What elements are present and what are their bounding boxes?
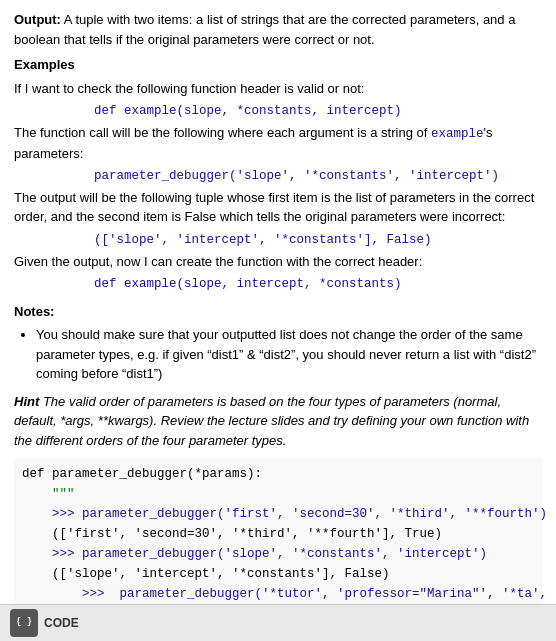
code-label: CODE bbox=[44, 614, 79, 632]
examples-line4: Given the output, now I can create the f… bbox=[14, 252, 542, 272]
code-example-1: def example(slope, *constants, intercept… bbox=[14, 102, 542, 121]
notes-list: You should make sure that your outputted… bbox=[36, 325, 542, 384]
hint-word: Hint bbox=[14, 394, 39, 409]
examples-line3: The output will be the following tuple w… bbox=[14, 188, 542, 227]
output-section: Output: A tuple with two items: a list o… bbox=[14, 10, 542, 49]
examples-section: Examples If I want to check the followin… bbox=[14, 55, 542, 294]
code-icon: { } bbox=[10, 609, 38, 637]
code-line-6: (['slope', 'intercept', '*constants'], F… bbox=[22, 564, 534, 584]
hint-text: The valid order of parameters is based o… bbox=[14, 394, 529, 448]
code-line-2: """ bbox=[22, 484, 534, 504]
hint-paragraph: Hint The valid order of parameters is ba… bbox=[14, 392, 542, 451]
code-line-7: >>> parameter_debugger('*tutor', 'profes… bbox=[22, 584, 534, 604]
notes-item-1: You should make sure that your outputted… bbox=[36, 325, 542, 384]
examples-line1: If I want to check the following functio… bbox=[14, 79, 542, 99]
output-text: A tuple with two items: a list of string… bbox=[14, 12, 515, 47]
notes-section: Notes: You should make sure that your ou… bbox=[14, 302, 542, 384]
output-label: Output: bbox=[14, 12, 61, 27]
output-paragraph: Output: A tuple with two items: a list o… bbox=[14, 10, 542, 49]
code-line-5: >>> parameter_debugger('slope', '*consta… bbox=[22, 544, 534, 564]
code-example-2: parameter_debugger('slope', '*constants'… bbox=[14, 167, 542, 186]
code-example-4: def example(slope, intercept, *constants… bbox=[14, 275, 542, 294]
examples-line2: The function call will be the following … bbox=[14, 123, 542, 163]
code-line-1: def parameter_debugger(*params): bbox=[22, 464, 534, 484]
examples-title: Examples bbox=[14, 55, 542, 75]
hint-section: Hint The valid order of parameters is ba… bbox=[14, 392, 542, 451]
notes-title: Notes: bbox=[14, 302, 542, 322]
bottom-bar: { } CODE bbox=[0, 604, 556, 641]
code-line-4: (['first', 'second=30', '*third', '**fou… bbox=[22, 524, 534, 544]
code-line-3: >>> parameter_debugger('first', 'second=… bbox=[22, 504, 534, 524]
code-example-3: (['slope', 'intercept', '*constants'], F… bbox=[14, 231, 542, 250]
